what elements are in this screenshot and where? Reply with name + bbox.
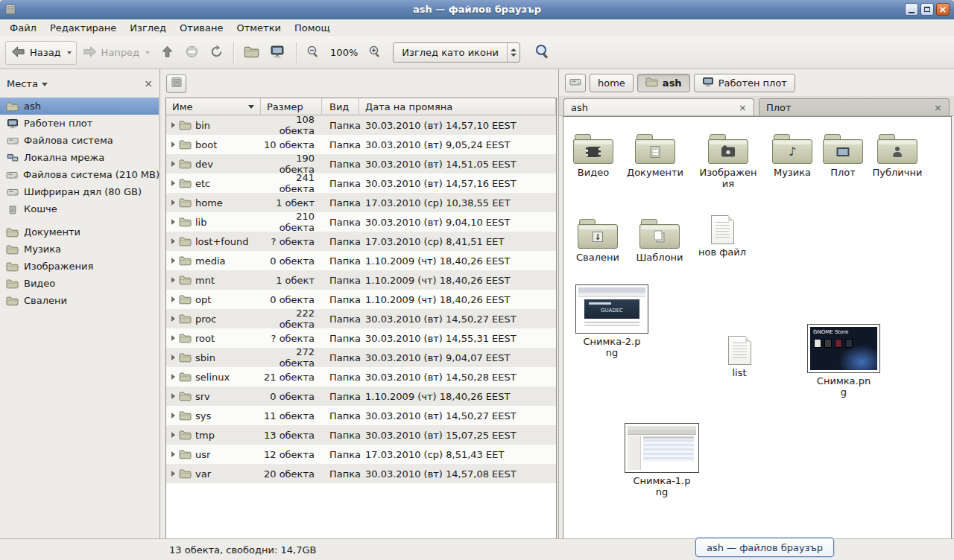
file-item[interactable]: list (705, 336, 774, 379)
sidebar-selector-button[interactable]: Места (7, 78, 48, 89)
pane-location-button[interactable] (166, 74, 186, 93)
expander-icon[interactable] (171, 335, 175, 341)
file-item[interactable]: Шаблони (625, 218, 694, 264)
sidebar-close-button[interactable] (144, 78, 153, 89)
column-header[interactable]: Име (166, 98, 261, 115)
column-header[interactable]: Размер (261, 98, 322, 115)
sidebar-item[interactable]: Свалени (0, 292, 159, 309)
home-button[interactable] (238, 42, 265, 64)
expander-icon[interactable] (171, 374, 175, 380)
file-item[interactable]: Документи (621, 133, 689, 179)
maximize-button[interactable] (920, 3, 934, 16)
expander-icon[interactable] (171, 200, 175, 206)
tab-close-button[interactable] (934, 103, 942, 112)
combo-spin-icons[interactable] (507, 43, 519, 62)
table-row[interactable]: boot10 обектаПапка30.03.2010 (вт) 9,05,2… (166, 135, 556, 154)
sidebar-item[interactable]: Локална мрежа (0, 149, 159, 166)
menu-item-5[interactable]: Отметки (230, 20, 287, 36)
sidebar-item[interactable]: Файлова система (0, 132, 159, 149)
tab[interactable]: ash (563, 98, 754, 115)
table-row[interactable]: lib210 обектаПапка30.03.2010 (вт) 9,04,1… (166, 212, 556, 232)
table-row[interactable]: root? обектаПапка30.03.2010 (вт) 14,55,3… (166, 328, 556, 348)
table-row[interactable]: home1 обектПапка17.03.2010 (ср) 10,38,55… (166, 193, 556, 212)
expander-icon[interactable] (171, 219, 175, 225)
computer-button[interactable] (265, 41, 291, 65)
search-button[interactable] (529, 39, 556, 66)
menu-item-1[interactable]: Файл (3, 20, 43, 36)
tab-close-button[interactable] (739, 103, 747, 112)
taskbar-window-button[interactable]: ash — файлов браузър (695, 538, 834, 557)
expander-icon[interactable] (171, 393, 175, 399)
expander-icon[interactable] (171, 413, 175, 419)
expander-icon[interactable] (171, 141, 175, 147)
pathbar-button[interactable]: Работен плот (694, 74, 795, 92)
tab[interactable]: Плот (759, 98, 950, 115)
file-item[interactable]: Публични (863, 133, 932, 179)
expander-icon[interactable] (171, 238, 175, 244)
file-item[interactable]: GNOME StoreСнимка.png (809, 324, 878, 398)
file-item[interactable]: Видео (563, 133, 628, 179)
forward-history-dropdown-icon[interactable] (145, 51, 150, 54)
minimize-button[interactable] (905, 3, 918, 16)
pathbar-button[interactable] (565, 74, 586, 92)
up-button[interactable] (155, 41, 180, 65)
stop-button[interactable] (180, 41, 204, 65)
back-button[interactable]: Назад (5, 41, 77, 65)
column-header[interactable]: Дата на промяна (359, 98, 556, 115)
expander-icon[interactable] (171, 316, 175, 322)
sidebar-item[interactable]: Видео (0, 275, 159, 292)
table-row[interactable]: srv0 обектаПапка1.10.2009 (чт) 18,40,26 … (166, 386, 556, 406)
table-row[interactable]: selinux21 обектаПапка30.03.2010 (вт) 14,… (166, 367, 556, 386)
reload-button[interactable] (204, 41, 229, 65)
table-row[interactable]: proc222 обектаПапка30.03.2010 (вт) 14,50… (166, 309, 556, 328)
expander-icon[interactable] (171, 471, 175, 477)
expander-icon[interactable] (171, 277, 175, 283)
table-row[interactable]: lost+found? обектаПапка17.03.2010 (ср) 8… (166, 232, 556, 251)
table-row[interactable]: sys11 обектаПапка30.03.2010 (вт) 14,50,2… (166, 406, 556, 425)
table-row[interactable]: sbin272 обектаПапка30.03.2010 (вт) 9,04,… (166, 348, 556, 367)
sidebar-item[interactable]: Документи (0, 223, 159, 241)
zoom-out-button[interactable] (301, 41, 325, 64)
table-row[interactable]: media0 обектаПапка1.10.2009 (чт) 18,40,2… (166, 251, 556, 270)
expander-icon[interactable] (171, 354, 175, 360)
table-row[interactable]: tmp13 обектаПапка30.03.2010 (вт) 15,07,2… (166, 425, 556, 445)
table-row[interactable]: opt0 обектаПапка1.10.2009 (чт) 18,40,26 … (166, 290, 556, 309)
back-history-dropdown-icon[interactable] (67, 51, 72, 54)
column-header[interactable]: Вид (322, 98, 359, 115)
expander-icon[interactable] (171, 258, 175, 264)
sidebar-item[interactable]: Работен плот (0, 115, 159, 132)
table-row[interactable]: var20 обектаПапка30.03.2010 (вт) 14,57,0… (166, 464, 556, 483)
file-item[interactable]: GUADECСнимка-2.png (578, 284, 646, 359)
view-mode-combo[interactable]: Изглед като икони (393, 42, 520, 63)
menu-item-2[interactable]: Редактиране (43, 20, 123, 36)
sidebar-item[interactable]: Кошче (0, 200, 159, 217)
menu-item-3[interactable]: Изглед (123, 20, 173, 36)
file-item[interactable]: Снимка-1.png (628, 423, 696, 498)
sidebar-item[interactable]: Шифриран дял (80 GB) (0, 183, 159, 200)
expander-icon[interactable] (171, 296, 175, 302)
table-row[interactable]: mnt1 обектПапка1.10.2009 (чт) 18,40,26 E… (166, 270, 556, 290)
table-row[interactable]: bin108 обектаПапка30.03.2010 (вт) 14,57,… (166, 115, 556, 135)
zoom-in-button[interactable] (363, 41, 387, 64)
pathbar-button[interactable]: ash (637, 74, 690, 92)
expander-icon[interactable] (171, 451, 175, 457)
expander-icon[interactable] (171, 180, 175, 186)
sidebar-item[interactable]: ash (0, 98, 159, 115)
expander-icon[interactable] (171, 432, 175, 438)
sidebar-item[interactable]: Изображения (0, 258, 159, 275)
file-item[interactable]: нов файл (688, 215, 756, 258)
file-item[interactable]: ↓Свалени (563, 218, 632, 264)
table-row[interactable]: etc241 обектаПапка30.03.2010 (вт) 14,57,… (166, 174, 556, 193)
menu-item-4[interactable]: Отиване (173, 20, 230, 36)
menu-item-6[interactable]: Помощ (288, 20, 337, 36)
expander-icon[interactable] (171, 122, 175, 128)
pathbar-button[interactable]: home (590, 74, 634, 92)
close-button[interactable] (936, 3, 950, 16)
file-item[interactable]: Изображения (694, 133, 762, 190)
sidebar-item[interactable]: Музика (0, 241, 159, 258)
sidebar-item[interactable]: Файлова система (210 MB) (0, 166, 159, 183)
forward-button[interactable]: Напред (77, 41, 155, 65)
expander-icon[interactable] (171, 161, 175, 167)
table-row[interactable]: usr12 обектаПапка17.03.2010 (ср) 8,51,43… (166, 445, 556, 464)
table-row[interactable]: dev190 обектаПапка30.03.2010 (вт) 14,51,… (166, 154, 556, 174)
